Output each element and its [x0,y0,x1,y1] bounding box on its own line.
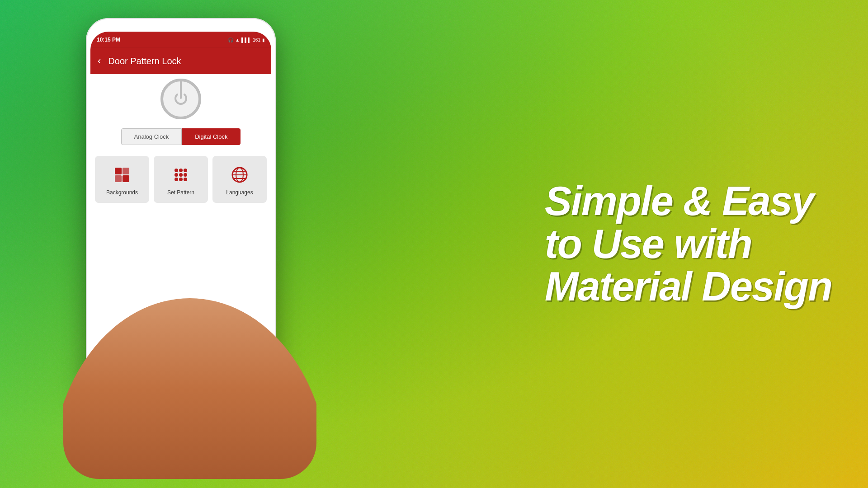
svg-point-12 [179,178,183,181]
backgrounds-label: Backgrounds [106,189,138,196]
svg-rect-3 [115,175,122,182]
svg-point-11 [175,178,178,181]
svg-point-10 [184,173,187,177]
digital-clock-button[interactable]: Digital Clock [182,128,241,145]
languages-button[interactable]: Languages [212,156,267,203]
svg-rect-4 [123,175,129,182]
back-button[interactable]: ‹ [98,55,101,67]
set-pattern-icon [171,165,191,185]
svg-point-13 [184,178,187,181]
feature-grid: Backgrounds [95,156,267,203]
wifi-icon: ▲ [235,38,240,42]
svg-point-5 [175,169,178,172]
headline-text: Simple & Easy to Use with Material Desig… [545,180,832,308]
backgrounds-icon [112,165,132,185]
languages-icon [230,165,250,185]
app-title: Door Pattern Lock [108,56,181,66]
status-time: 10:15 PM [97,37,120,43]
headphone-icon: 🎧 [228,38,233,42]
clock-toggle-row: Analog Clock Digital Clock [99,128,262,145]
status-icons: 🎧 ▲ ▌▌▌ 161 ▮ [228,38,265,42]
backgrounds-button[interactable]: Backgrounds [95,156,149,203]
phone-wrapper: 10:15 PM 🎧 ▲ ▌▌▌ 161 ▮ ‹ Door Pattern Lo… [63,9,316,479]
battery-icon: ▮ [262,38,265,42]
svg-point-6 [179,169,183,172]
power-svg [173,91,189,107]
set-pattern-label: Set Pattern [167,189,194,196]
headline-container: Simple & Easy to Use with Material Desig… [545,180,832,308]
svg-point-8 [175,173,178,177]
signal-icon: ▌▌▌ [241,38,251,42]
svg-rect-1 [115,168,122,174]
power-icon [160,79,201,119]
status-bar: 10:15 PM 🎧 ▲ ▌▌▌ 161 ▮ [90,32,271,48]
headline-line1: Simple & Easy [545,180,832,223]
data-icon: 161 [253,38,260,42]
languages-label: Languages [226,189,253,196]
svg-point-7 [184,169,187,172]
set-pattern-button[interactable]: Set Pattern [154,156,208,203]
power-icon-container [90,79,271,119]
svg-point-9 [179,173,183,177]
app-bar: ‹ Door Pattern Lock [90,48,271,74]
svg-rect-2 [123,168,129,174]
headline-line2: to Use with [545,223,832,266]
headline-line3: Material Design [545,265,832,308]
analog-clock-button[interactable]: Analog Clock [121,128,182,145]
